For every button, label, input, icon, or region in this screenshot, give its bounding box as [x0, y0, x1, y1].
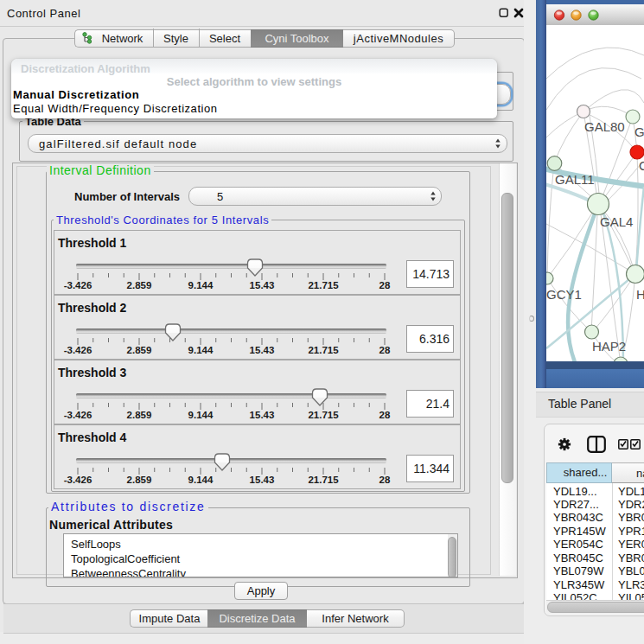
svg-text:-3.426: -3.426: [64, 410, 92, 420]
svg-text:-3.426: -3.426: [64, 475, 92, 485]
svg-text:GAL11: GAL11: [555, 172, 595, 187]
svg-text:HAP2: HAP2: [592, 339, 626, 354]
svg-text:9.144: 9.144: [188, 475, 214, 485]
svg-text:28: 28: [379, 345, 391, 355]
svg-text:28: 28: [379, 475, 391, 485]
svg-text:15.43: 15.43: [250, 345, 275, 355]
svg-text:CO: CO: [639, 158, 644, 173]
svg-text:-3.426: -3.426: [64, 345, 92, 355]
svg-text:9.144: 9.144: [188, 280, 214, 290]
svg-text:2.859: 2.859: [127, 280, 152, 290]
svg-text:GAL80: GAL80: [584, 119, 625, 134]
svg-text:21.715: 21.715: [308, 410, 339, 420]
svg-text:9.144: 9.144: [188, 345, 214, 355]
svg-text:GA: GA: [634, 124, 644, 139]
svg-text:28: 28: [379, 410, 391, 420]
svg-text:2.859: 2.859: [127, 345, 152, 355]
svg-text:15.43: 15.43: [250, 280, 275, 290]
svg-text:28: 28: [379, 280, 391, 290]
svg-text:H: H: [636, 287, 644, 302]
svg-text:2.859: 2.859: [127, 410, 152, 420]
svg-text:21.715: 21.715: [308, 280, 339, 290]
svg-text:-3.426: -3.426: [64, 280, 92, 290]
svg-text:21.715: 21.715: [308, 475, 339, 485]
svg-text:15.43: 15.43: [250, 410, 275, 420]
svg-text:2.859: 2.859: [127, 475, 152, 485]
svg-text:21.715: 21.715: [308, 345, 339, 355]
svg-text:GAL4: GAL4: [600, 214, 633, 229]
svg-text:GCY1: GCY1: [546, 287, 582, 302]
svg-text:15.43: 15.43: [250, 475, 275, 485]
svg-text:9.144: 9.144: [188, 410, 214, 420]
